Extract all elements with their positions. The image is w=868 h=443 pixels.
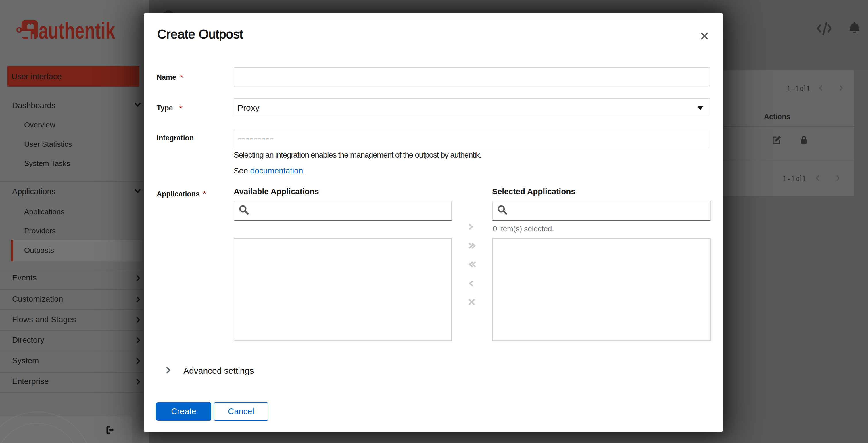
svg-text:authentik: authentik xyxy=(38,18,115,43)
